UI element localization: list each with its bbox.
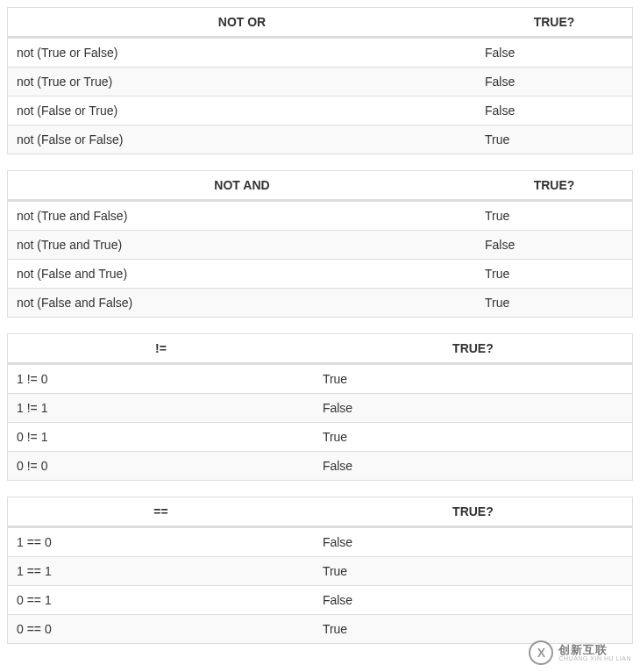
cell-result: False [476,96,632,125]
cell-expression: not (False or False) [8,125,476,154]
header-result: TRUE? [476,171,632,201]
header-expression: NOT OR [8,8,476,38]
truth-table-eq: == TRUE? 1 == 0False 1 == 1True 0 == 1Fa… [7,497,633,644]
cell-expression: 1 == 1 [8,556,314,585]
cell-expression: not (True and True) [8,230,476,259]
cell-expression: not (False and True) [8,259,476,288]
cell-expression: 0 != 1 [8,422,314,451]
cell-result: True [476,125,632,154]
truth-table-neq: != TRUE? 1 != 0True 1 != 1False 0 != 1Tr… [7,333,633,481]
cell-result: False [314,527,632,556]
cell-result: True [314,556,632,585]
table-row: 1 != 0True [8,364,632,393]
cell-expression: not (True and False) [8,201,476,230]
table-row: not (False or True)False [8,96,632,125]
table-row: 0 != 0False [8,451,632,480]
table-row: not (False and False)True [8,288,632,317]
cell-expression: 0 != 0 [8,451,314,480]
cell-result: True [314,364,632,393]
cell-expression: not (False and False) [8,288,476,317]
cell-result: True [476,201,632,230]
cell-expression: not (True or False) [8,38,476,67]
header-result: TRUE? [476,8,632,38]
table-row: not (False and True)True [8,259,632,288]
cell-result: True [314,422,632,451]
table-header-row: NOT OR TRUE? [8,8,632,38]
watermark-text: 创新互联 CHUANG XIN HU LIAN [558,644,631,661]
table-row: 0 == 0True [8,614,632,643]
cell-result: False [476,230,632,259]
cell-expression: 0 == 0 [8,614,314,643]
cell-result: False [314,585,632,614]
header-expression: != [8,334,314,364]
cell-result: True [314,614,632,643]
table-row: 1 == 0False [8,527,632,556]
cell-expression: 1 == 0 [8,527,314,556]
cell-expression: 0 == 1 [8,585,314,614]
watermark-py: CHUANG XIN HU LIAN [558,655,631,661]
cell-result: True [476,259,632,288]
watermark-symbol: X [537,646,545,660]
truth-table-not-and: NOT AND TRUE? not (True and False)True n… [7,170,633,318]
watermark-cn: 创新互联 [558,644,631,655]
cell-expression: not (False or True) [8,96,476,125]
cell-expression: 1 != 0 [8,364,314,393]
table-row: 1 == 1True [8,556,632,585]
truth-table-not-or: NOT OR TRUE? not (True or False)False no… [7,7,633,154]
cell-result: True [476,288,632,317]
header-expression: == [8,497,314,527]
header-expression: NOT AND [8,171,476,201]
table-row: not (True or True)False [8,67,632,96]
cell-result: False [476,38,632,67]
table-header-row: != TRUE? [8,334,632,364]
watermark-logo-icon: X [529,640,553,665]
header-result: TRUE? [314,497,632,527]
table-row: not (True and True)False [8,230,632,259]
table-row: 1 != 1False [8,393,632,422]
table-row: 0 == 1False [8,585,632,614]
table-header-row: == TRUE? [8,497,632,527]
cell-result: False [476,67,632,96]
cell-result: False [314,393,632,422]
table-row: not (True or False)False [8,38,632,67]
cell-expression: not (True or True) [8,67,476,96]
watermark: X 创新互联 CHUANG XIN HU LIAN [529,640,631,665]
cell-result: False [314,451,632,480]
table-row: not (False or False)True [8,125,632,154]
table-row: not (True and False)True [8,201,632,230]
table-header-row: NOT AND TRUE? [8,171,632,201]
cell-expression: 1 != 1 [8,393,314,422]
header-result: TRUE? [314,334,632,364]
table-row: 0 != 1True [8,422,632,451]
